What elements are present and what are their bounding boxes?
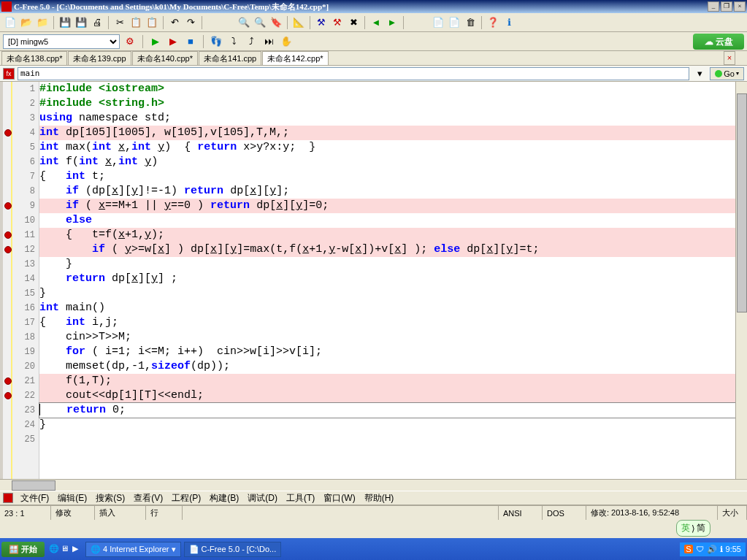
build-toolbar: [D] mingw5 ⚙ ▶ ▶ ■ 👣 ⤵ ⤴ ⏭ ✋ ☁云盘 bbox=[0, 32, 747, 51]
start-button[interactable]: 🪟 开始 bbox=[1, 542, 45, 557]
nav-back-icon[interactable]: ◄ bbox=[369, 15, 383, 30]
menu-bar: 文件(F) 编辑(E) 搜索(S) 查看(V) 工程(P) 构建(B) 调试(D… bbox=[0, 491, 747, 505]
vertical-scrollbar[interactable] bbox=[735, 82, 747, 479]
tray-sogou-icon[interactable]: S bbox=[684, 545, 692, 553]
new-file-icon[interactable]: 📄 bbox=[3, 15, 18, 30]
save-icon[interactable]: 💾 bbox=[58, 15, 72, 30]
quicklaunch-media-icon[interactable]: ▶ bbox=[72, 544, 83, 554]
tray-clock[interactable]: 9:55 bbox=[726, 545, 741, 553]
status-size: 大小 bbox=[718, 506, 747, 520]
status-os: DOS bbox=[543, 506, 586, 520]
status-encoding: ANSI bbox=[499, 506, 543, 520]
menu-window[interactable]: 窗口(W) bbox=[321, 492, 358, 505]
paste-icon[interactable]: 📋 bbox=[145, 15, 159, 30]
status-modify: 修改 bbox=[51, 506, 95, 520]
system-tray[interactable]: S 🛡 🔊 ℹ 9:55 bbox=[680, 542, 746, 556]
debug-over-icon[interactable]: ⤵ bbox=[226, 34, 241, 49]
restore-button[interactable]: ❐ bbox=[721, 1, 732, 12]
windows-taskbar: 🪟 开始 🌐 🖥 ▶ 🌐 4 Internet Explorer ▾ 📄 C-F… bbox=[0, 538, 747, 560]
menu-search[interactable]: 搜索(S) bbox=[93, 492, 128, 505]
menu-edit[interactable]: 编辑(E) bbox=[55, 492, 90, 505]
tab-file-4[interactable]: 未命名142.cpp* bbox=[262, 51, 328, 65]
main-toolbar: 📄 📂 📁 💾 💾 🖨 ✂ 📋 📋 ↶ ↷ 🔍 🔍 🔖 📐 ⚒ ⚒ ✖ ◄ ► … bbox=[0, 13, 747, 32]
open-project-icon[interactable]: 📁 bbox=[35, 15, 50, 30]
print-icon[interactable]: 🖨 bbox=[90, 15, 104, 30]
stop-icon[interactable]: ■ bbox=[183, 34, 198, 49]
debug-stop-icon[interactable]: ✋ bbox=[279, 34, 294, 49]
tool2-icon[interactable]: ⚒ bbox=[330, 15, 345, 30]
status-position: 23 : 1 bbox=[0, 506, 51, 520]
taskbar-task-cfree[interactable]: 📄 C-Free 5.0 - [C:\Do... bbox=[184, 542, 282, 557]
status-row: 行 bbox=[146, 506, 183, 520]
tool1-icon[interactable]: ⚒ bbox=[314, 15, 329, 30]
find-icon[interactable]: 🔍 bbox=[237, 15, 251, 30]
yunpan-button[interactable]: ☁云盘 bbox=[693, 34, 744, 50]
taskbar-task-ie[interactable]: 🌐 4 Internet Explorer ▾ bbox=[85, 542, 181, 557]
quicklaunch-ie-icon[interactable]: 🌐 bbox=[49, 544, 59, 554]
menu-file[interactable]: 文件(F) bbox=[18, 492, 52, 505]
tab-file-0[interactable]: 未命名138.cpp* bbox=[1, 51, 67, 65]
tray-network-icon[interactable]: 🔊 bbox=[707, 545, 717, 554]
quicklaunch-desktop-icon[interactable]: 🖥 bbox=[61, 544, 71, 554]
debug-out-icon[interactable]: ⤴ bbox=[244, 34, 258, 49]
menu-project[interactable]: 工程(P) bbox=[169, 492, 204, 505]
tab-file-1[interactable]: 未命名139.cpp bbox=[68, 51, 131, 65]
menu-help[interactable]: 帮助(H) bbox=[361, 492, 397, 505]
menu-debug[interactable]: 调试(D) bbox=[245, 492, 280, 505]
build-run-icon[interactable]: ▶ bbox=[166, 34, 180, 49]
fx-icon: fx bbox=[3, 68, 15, 80]
horizontal-scrollbar[interactable] bbox=[0, 479, 747, 491]
redo-icon[interactable]: ↷ bbox=[183, 15, 198, 30]
title-bar: C-Free 5.0 - [C:\Documents and Settings\… bbox=[0, 0, 747, 13]
file-tab-bar: 未命名138.cpp* 未命名139.cpp 未命名140.cpp* 未命名14… bbox=[0, 51, 747, 66]
close-button[interactable]: × bbox=[734, 1, 746, 12]
debug-step-icon[interactable]: 👣 bbox=[209, 34, 223, 49]
open-file-icon[interactable]: 📂 bbox=[19, 15, 34, 30]
go-button[interactable]: Go▾ bbox=[710, 67, 744, 80]
doc1-icon[interactable]: 📄 bbox=[431, 15, 445, 30]
function-nav-bar: fx ▾ Go▾ bbox=[0, 66, 747, 82]
status-modified: 修改: 2013-8-16, 9:52:48 bbox=[586, 506, 718, 520]
app-icon bbox=[1, 1, 12, 12]
menu-build[interactable]: 构建(B) bbox=[207, 492, 242, 505]
doc2-icon[interactable]: 📄 bbox=[447, 15, 461, 30]
nav-fwd-icon[interactable]: ► bbox=[385, 15, 399, 30]
status-insert: 插入 bbox=[95, 506, 146, 520]
ime-indicator[interactable]: 英⟩简 bbox=[676, 520, 710, 537]
tool3-icon[interactable]: ✖ bbox=[346, 15, 361, 30]
tab-file-3[interactable]: 未命名141.cpp bbox=[199, 51, 261, 65]
window-title: C-Free 5.0 - [C:\Documents and Settings\… bbox=[14, 1, 708, 12]
menu-icon bbox=[3, 493, 13, 503]
run-icon[interactable]: ▶ bbox=[148, 34, 163, 49]
status-bar: 23 : 1 修改 插入 行 ANSI DOS 修改: 2013-8-16, 9… bbox=[0, 505, 747, 520]
code-editor[interactable]: 1#include <iostream> 2#include <string.h… bbox=[0, 82, 747, 479]
compile-icon[interactable]: ⚙ bbox=[123, 34, 137, 49]
doc-del-icon[interactable]: 🗑 bbox=[463, 15, 478, 30]
tab-file-2[interactable]: 未命名140.cpp* bbox=[132, 51, 198, 65]
copy-icon[interactable]: 📋 bbox=[129, 15, 143, 30]
close-tab-button[interactable]: × bbox=[724, 51, 735, 65]
go-dot-icon bbox=[715, 70, 722, 77]
cut-icon[interactable]: ✂ bbox=[112, 15, 127, 30]
function-input[interactable] bbox=[18, 67, 689, 80]
menu-view[interactable]: 查看(V) bbox=[131, 492, 166, 505]
find-in-files-icon[interactable]: 🔍 bbox=[253, 15, 267, 30]
tray-shield-icon[interactable]: 🛡 bbox=[696, 545, 704, 553]
help-icon[interactable]: ❓ bbox=[486, 15, 500, 30]
bookmark-icon[interactable]: 🔖 bbox=[269, 15, 283, 30]
minimize-button[interactable]: _ bbox=[708, 1, 719, 12]
menu-tools[interactable]: 工具(T) bbox=[283, 492, 318, 505]
brace-icon[interactable]: 📐 bbox=[291, 15, 306, 30]
about-icon[interactable]: ℹ bbox=[502, 15, 516, 30]
undo-icon[interactable]: ↶ bbox=[167, 15, 182, 30]
save-all-icon[interactable]: 💾 bbox=[74, 15, 88, 30]
tray-info-icon[interactable]: ℹ bbox=[720, 545, 723, 554]
compiler-select[interactable]: [D] mingw5 bbox=[3, 34, 120, 49]
debug-continue-icon[interactable]: ⏭ bbox=[261, 34, 276, 49]
dropdown-icon[interactable]: ▾ bbox=[692, 66, 707, 81]
